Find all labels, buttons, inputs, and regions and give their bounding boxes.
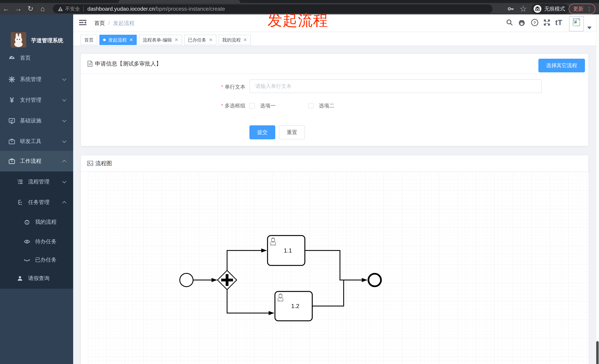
url-divider <box>83 6 84 12</box>
bpmn-start-event[interactable] <box>180 273 193 287</box>
bpmn-diagram: 1.1 1.2 <box>88 172 589 364</box>
flow-task2-to-end <box>312 280 344 306</box>
checkbox-option2[interactable] <box>308 103 314 109</box>
browser-tab-strip <box>0 0 599 3</box>
tag-process-form-edit[interactable]: 流程表单-编辑✕ <box>139 35 182 45</box>
eye-open-icon <box>23 238 31 245</box>
security-warning[interactable]: 不安全 <box>58 6 80 12</box>
sidebar-item-infrastructure[interactable]: 基础设施 <box>0 110 73 131</box>
briefcase-icon <box>8 157 16 165</box>
close-icon[interactable]: ✕ <box>129 37 133 42</box>
update-button[interactable]: 更新 ⋮ <box>569 4 595 14</box>
chevron-up-icon <box>62 201 67 205</box>
single-line-field-label: * 单行文本 <box>192 84 245 90</box>
sidebar-item-label: 我的流程 <box>35 218 57 226</box>
diagram-card-header: 流程图 <box>81 155 588 172</box>
sidebar: 芋道管理系统 首页 系统管理 ¥ 支付管理 基础设施 研发工具 工作流程 流程管… <box>0 14 73 364</box>
sidebar-item-task-management[interactable]: 任务管理 <box>0 192 73 213</box>
header-github-button[interactable] <box>518 18 526 26</box>
single-line-text-input[interactable] <box>249 79 542 93</box>
yen-icon: ¥ <box>8 96 16 104</box>
search-icon <box>506 19 513 26</box>
header-help-button[interactable]: ? <box>531 18 539 26</box>
tag-initiate-process[interactable]: 发起流程✕ <box>99 35 137 45</box>
sidebar-item-label: 基础设施 <box>20 117 41 124</box>
bpmn-canvas[interactable]: 1.1 1.2 <box>88 172 589 364</box>
face-icon <box>23 218 31 226</box>
field-label-text: 单行文本 <box>225 84 245 90</box>
scrollbar-thumb[interactable] <box>596 341 599 364</box>
sidebar-item-home[interactable]: 首页 <box>0 48 73 68</box>
url-domain: dashboard.yudao.iocoder.cn <box>87 6 155 12</box>
avatar[interactable] <box>569 16 584 31</box>
required-asterisk: * <box>221 103 223 109</box>
close-icon[interactable]: ✕ <box>243 37 247 42</box>
hamburger-fold-icon <box>79 19 87 26</box>
checkbox-option2-label: 选项二 <box>319 102 335 109</box>
bpmn-user-task-1-1[interactable]: 1.1 <box>268 236 305 265</box>
back-button[interactable]: ← <box>0 3 12 14</box>
sidebar-collapse-button[interactable] <box>79 18 87 26</box>
field-label-text: 多选框组 <box>225 102 245 109</box>
sidebar-item-payment[interactable]: ¥ 支付管理 <box>0 90 73 110</box>
bpmn-end-event[interactable] <box>368 274 381 286</box>
sidebar-item-process-management[interactable]: 流程管理 <box>0 171 73 192</box>
sidebar-item-todo-tasks[interactable]: 待办任务 <box>0 231 73 252</box>
tag-label: 流程表单-编辑 <box>143 37 172 43</box>
question-circle-icon: ? <box>531 19 538 26</box>
header-fontsize-button[interactable]: tT <box>555 18 563 26</box>
apply-info-card-header: 申请信息【测试多审批人】 <box>81 54 588 74</box>
close-icon[interactable]: ✕ <box>209 37 213 42</box>
close-icon[interactable]: ✕ <box>174 37 178 42</box>
required-asterisk: * <box>221 84 223 90</box>
sidebar-item-devtools[interactable]: 研发工具 <box>0 131 73 152</box>
header-search-button[interactable] <box>505 18 514 26</box>
sidebar-item-workflow[interactable]: 工作流程 <box>0 151 73 171</box>
chevron-down-icon <box>62 77 67 81</box>
url-path: /bpm/process-instance/create <box>155 6 225 12</box>
task-1-1-label: 1.1 <box>284 247 292 254</box>
apply-info-title: 申请信息【测试多审批人】 <box>95 60 161 68</box>
sidebar-item-label: 待办任务 <box>35 238 57 245</box>
password-key-icon[interactable] <box>507 5 515 13</box>
scrollbar-track[interactable] <box>596 14 599 364</box>
document-icon <box>87 61 93 67</box>
bpmn-user-task-1-2[interactable]: 1.2 <box>275 291 312 321</box>
tag-home[interactable]: 首页 <box>80 35 97 45</box>
sidebar-item-label: 支付管理 <box>20 96 41 104</box>
monitor-icon <box>8 117 16 124</box>
bookmark-star-icon[interactable]: ☆ <box>520 4 527 13</box>
browser-menu-icon[interactable]: ⋮ <box>586 6 592 12</box>
submit-button[interactable]: 提交 <box>249 125 275 139</box>
reload-button[interactable]: ↻ <box>24 3 36 14</box>
tag-done-tasks[interactable]: 已办任务✕ <box>184 35 216 45</box>
fullscreen-icon <box>543 19 551 26</box>
avatar-dropdown-caret[interactable] <box>587 26 592 29</box>
tree-branch-icon <box>16 199 24 206</box>
bpmn-parallel-gateway[interactable] <box>218 271 237 290</box>
forward-button[interactable]: → <box>12 3 24 14</box>
sidebar-item-system[interactable]: 系统管理 <box>0 69 73 90</box>
browser-active-tab[interactable] <box>118 0 240 3</box>
eye-closed-icon <box>23 256 31 263</box>
tag-label: 已办任务 <box>188 37 206 43</box>
sidebar-item-my-process[interactable]: 我的流程 <box>0 212 73 232</box>
sidebar-item-leave-query[interactable]: 请假查询 <box>0 268 73 289</box>
checkbox-option1[interactable] <box>249 103 255 109</box>
sidebar-item-label: 工作流程 <box>20 157 41 165</box>
sidebar-item-label: 系统管理 <box>20 76 41 83</box>
reset-button[interactable]: 重置 <box>279 125 305 139</box>
broken-image-icon <box>572 18 581 26</box>
incognito-label: 无痕模式 <box>544 5 565 12</box>
dashboard-icon <box>8 54 16 62</box>
tag-label: 发起流程 <box>108 37 127 43</box>
tag-my-process[interactable]: 我的流程✕ <box>219 35 251 45</box>
flow-gateway-to-task2 <box>227 290 274 313</box>
warning-icon <box>58 6 63 11</box>
header-fullscreen-button[interactable] <box>543 18 551 26</box>
sidebar-item-done-tasks[interactable]: 已办任务 <box>0 250 73 270</box>
breadcrumb-home[interactable]: 首页 <box>94 20 105 27</box>
home-button[interactable]: ⌂ <box>36 3 49 14</box>
apply-info-card: 申请信息【测试多审批人】 选择其它流程 * 单行文本 * 多选框组 选项一 选项… <box>80 53 589 146</box>
choose-other-process-button[interactable]: 选择其它流程 <box>538 59 585 72</box>
